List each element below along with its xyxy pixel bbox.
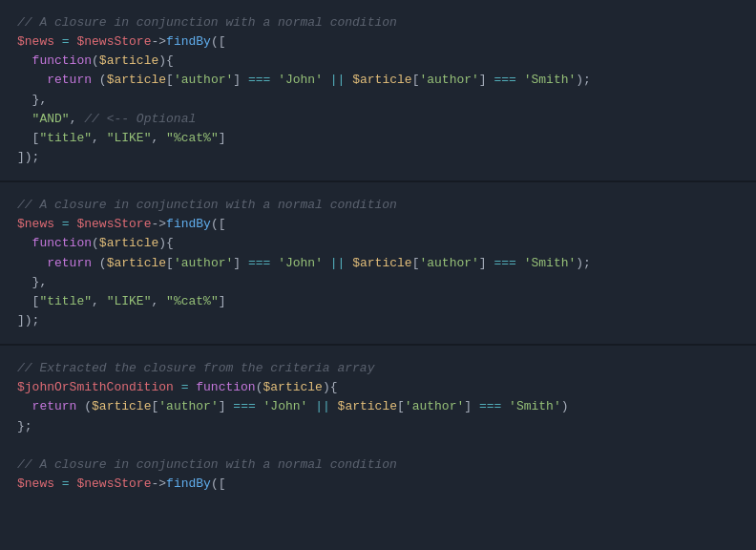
- code-line: function($article){: [17, 234, 739, 253]
- code-line: // A closure in conjunction with a norma…: [17, 196, 739, 215]
- code-line: ["title", "LIKE", "%cat%"]: [17, 129, 739, 148]
- code-line: $johnOrSmithCondition = function($articl…: [17, 378, 739, 397]
- code-line: // Extracted the closure from the criter…: [17, 359, 739, 378]
- code-line: // A closure in conjunction with a norma…: [17, 13, 739, 32]
- code-line: },: [17, 273, 739, 292]
- code-line: };: [17, 417, 739, 436]
- code-block-2: // A closure in conjunction with a norma…: [0, 182, 756, 346]
- app-container: // A closure in conjunction with a norma…: [0, 0, 756, 507]
- code-block-1: // A closure in conjunction with a norma…: [0, 0, 756, 182]
- code-pre-3: // Extracted the closure from the criter…: [17, 359, 739, 494]
- code-pre-1: // A closure in conjunction with a norma…: [17, 13, 739, 167]
- code-line: return ($article['author'] === 'John' ||…: [17, 397, 739, 416]
- code-line: $news = $newsStore->findBy([: [17, 475, 739, 494]
- code-line: function($article){: [17, 52, 739, 71]
- code-line: $news = $newsStore->findBy([: [17, 32, 739, 52]
- code-line: [17, 436, 739, 455]
- code-pre-2: // A closure in conjunction with a norma…: [17, 196, 739, 330]
- code-line: ]);: [17, 148, 739, 167]
- code-block-3: // Extracted the closure from the criter…: [0, 346, 756, 507]
- code-line: return ($article['author'] === 'John' ||…: [17, 71, 739, 90]
- code-line: "AND", // <-- Optional: [17, 110, 739, 129]
- code-line: ["title", "LIKE", "%cat%"]: [17, 292, 739, 311]
- code-line: },: [17, 91, 739, 110]
- code-line: return ($article['author'] === 'John' ||…: [17, 254, 739, 273]
- code-line: ]);: [17, 311, 739, 330]
- code-line: // A closure in conjunction with a norma…: [17, 455, 739, 475]
- code-line: $news = $newsStore->findBy([: [17, 215, 739, 234]
